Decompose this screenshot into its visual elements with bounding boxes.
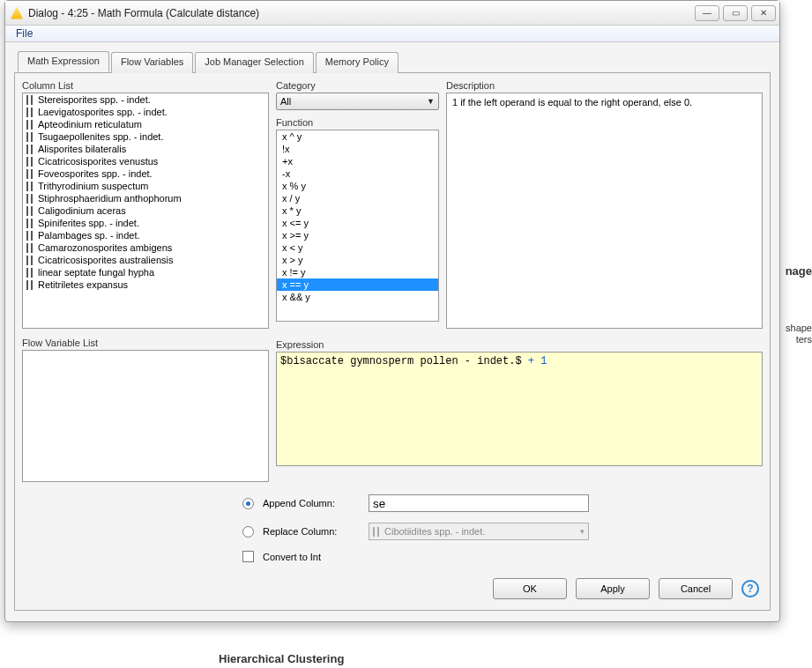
append-column-label: Append Column: (263, 498, 360, 508)
window-title: Dialog - 4:25 - Math Formula (Calculate … (28, 7, 695, 19)
list-item[interactable]: x && y (277, 291, 438, 303)
help-icon[interactable]: ? (741, 580, 759, 597)
list-item[interactable]: Laevigatosporites spp. - indet. (23, 106, 268, 118)
list-item-label: Stereisporites spp. - indet. (38, 94, 151, 105)
list-item[interactable]: Cicatricosisporites venustus (23, 155, 268, 167)
list-item[interactable]: linear septate fungal hypha (23, 266, 268, 278)
list-item-label: Alisporites bilateralis (38, 144, 126, 154)
convert-to-int-checkbox[interactable] (242, 551, 254, 562)
minimize-button[interactable]: — (695, 5, 719, 21)
list-item[interactable]: x <= y (277, 217, 438, 229)
list-item[interactable]: x != y (277, 266, 438, 278)
list-item-label: Cicatricosisporites australiensis (38, 255, 173, 265)
list-item-label: linear septate fungal hypha (38, 267, 154, 278)
flow-variable-list-label: Flow Variable List (22, 338, 269, 348)
expression-op: + 1 (522, 355, 548, 367)
column-type-icon (26, 132, 33, 142)
column-type-icon (26, 280, 33, 290)
list-item-label: Cicatricosisporites venustus (38, 156, 158, 167)
list-item[interactable]: x < y (277, 241, 438, 254)
tab-bar: Math Expression Flow Variables Job Manag… (14, 51, 771, 73)
list-item[interactable]: Retitriletes expansus (23, 278, 268, 291)
apply-button[interactable]: Apply (576, 578, 650, 599)
bg-text: nage (786, 264, 812, 278)
list-item[interactable]: Cicatricosisporites australiensis (23, 254, 268, 266)
replace-column-label: Replace Column: (263, 526, 360, 537)
list-item[interactable]: x >= y (277, 229, 438, 241)
list-item[interactable]: x ^ y (277, 130, 438, 143)
flow-variable-list[interactable] (22, 350, 269, 482)
replace-column-radio[interactable] (242, 526, 254, 538)
column-type-icon (26, 108, 33, 117)
description-text: 1 if the left operand is equal to the ri… (452, 97, 692, 108)
list-item[interactable]: Trithyrodinium suspectum (23, 180, 268, 192)
list-item[interactable]: !x (277, 143, 438, 155)
expression-label: Expression (276, 339, 763, 350)
column-type-icon (26, 219, 33, 228)
list-item[interactable]: -x (277, 167, 438, 180)
column-type-icon (26, 206, 33, 216)
function-list[interactable]: x ^ y!x+x-xx % yx / yx * yx <= yx >= yx … (276, 130, 439, 322)
maximize-button[interactable]: ▭ (723, 5, 748, 21)
category-value: All (280, 96, 291, 107)
chevron-down-icon: ▾ (580, 527, 585, 536)
tab-math-expression[interactable]: Math Expression (18, 51, 109, 72)
list-item[interactable]: Stereisporites spp. - indet. (23, 93, 268, 106)
ok-button[interactable]: OK (493, 578, 567, 599)
category-label: Category (276, 80, 439, 91)
list-item-label: Laevigatosporites spp. - indet. (38, 107, 168, 117)
column-type-icon (26, 268, 33, 278)
convert-to-int-label: Convert to Int (263, 552, 321, 562)
column-type-icon (26, 120, 33, 130)
replace-column-select: Cibotiidites spp. - indet. ▾ (369, 523, 589, 540)
chevron-down-icon: ▼ (427, 97, 435, 106)
list-item-label: Trithyrodinium suspectum (38, 181, 149, 191)
column-type-icon (26, 182, 33, 191)
tab-job-manager[interactable]: Job Manager Selection (195, 52, 314, 73)
column-type-icon (26, 194, 33, 204)
list-item-label: Caligodinium aceras (38, 205, 126, 216)
list-item-label: Apteodinium reticulatum (38, 119, 142, 130)
list-item[interactable]: x / y (277, 192, 438, 204)
bg-text: shape (786, 323, 812, 333)
list-item-label: Palambages sp. - indet. (38, 230, 140, 241)
list-item[interactable]: Camarozonosporites ambigens (23, 241, 268, 254)
list-item[interactable]: x > y (277, 254, 438, 266)
list-item[interactable]: Alisporites bilateralis (23, 143, 268, 155)
menubar: File (5, 26, 779, 42)
menu-file[interactable]: File (11, 26, 38, 41)
column-type-icon (373, 527, 379, 537)
dialog-window: Dialog - 4:25 - Math Formula (Calculate … (4, 0, 780, 622)
cancel-button[interactable]: Cancel (659, 578, 733, 599)
list-item[interactable]: Foveosporites spp. - indet. (23, 167, 268, 180)
list-item[interactable]: Spiniferites spp. - indet. (23, 217, 268, 229)
bg-text: ters (796, 334, 812, 345)
replace-column-value: Cibotiidites spp. - indet. (384, 526, 580, 537)
titlebar: Dialog - 4:25 - Math Formula (Calculate … (5, 1, 779, 26)
close-button[interactable]: ✕ (751, 5, 776, 21)
column-type-icon (26, 145, 33, 154)
tab-memory-policy[interactable]: Memory Policy (316, 52, 399, 73)
list-item[interactable]: Palambages sp. - indet. (23, 229, 268, 241)
list-item[interactable]: Stiphrosphaeridium anthophorum (23, 192, 268, 204)
expression-editor[interactable]: $bisaccate gymnosperm pollen - indet.$ +… (276, 352, 763, 466)
tab-flow-variables[interactable]: Flow Variables (111, 52, 193, 73)
list-item[interactable]: Apteodinium reticulatum (23, 118, 268, 130)
category-select[interactable]: All ▼ (276, 93, 439, 110)
list-item-label: Spiniferites spp. - indet. (38, 218, 139, 228)
append-column-input[interactable] (369, 494, 589, 512)
column-list[interactable]: Stereisporites spp. - indet.Laevigatospo… (22, 93, 269, 329)
append-column-radio[interactable] (242, 498, 254, 509)
description-label: Description (446, 80, 763, 91)
column-type-icon (26, 243, 33, 253)
list-item[interactable]: Tsugaepollenites spp. - indet. (23, 130, 268, 143)
column-type-icon (26, 95, 33, 105)
list-item[interactable]: x * y (277, 204, 438, 217)
list-item[interactable]: x == y (277, 278, 438, 291)
list-item[interactable]: Caligodinium aceras (23, 204, 268, 217)
column-type-icon (26, 256, 33, 265)
description-box: 1 if the left operand is equal to the ri… (446, 93, 763, 329)
main-panel: Column List Stereisporites spp. - indet.… (14, 72, 771, 611)
list-item[interactable]: +x (277, 155, 438, 167)
list-item[interactable]: x % y (277, 180, 438, 192)
